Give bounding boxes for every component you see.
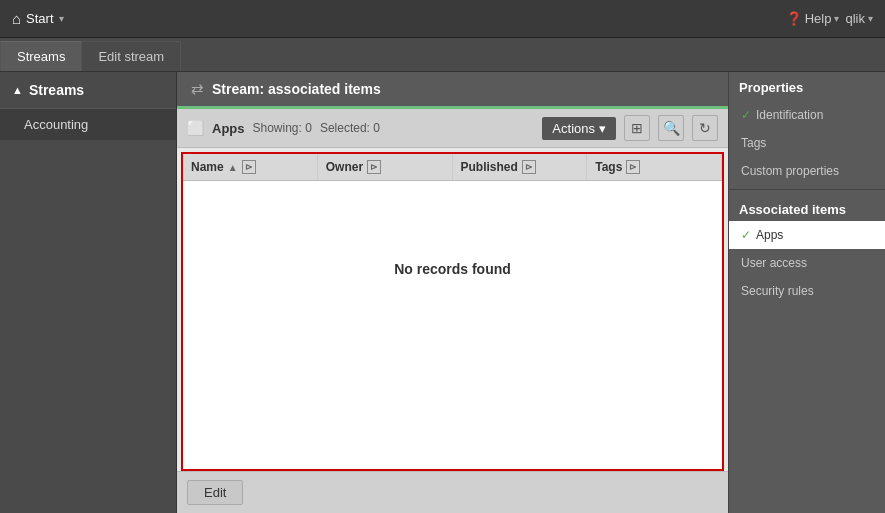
sidebar-header[interactable]: ▲ Streams <box>0 72 176 108</box>
right-panel-item-tags[interactable]: Tags <box>729 129 885 157</box>
selected-label: Selected: 0 <box>320 121 380 135</box>
qlik-chevron-icon: ▾ <box>868 13 873 24</box>
top-nav-left: ⌂ Start ▾ <box>12 10 64 27</box>
edit-label: Edit <box>204 485 226 500</box>
identification-check-icon: ✓ <box>741 108 751 122</box>
search-icon: 🔍 <box>663 120 680 136</box>
breadcrumb-streams-label: Streams <box>17 49 65 64</box>
help-chevron-icon: ▾ <box>834 13 839 24</box>
toolbar: ⬜ Apps Showing: 0 Selected: 0 Actions ▾ … <box>177 109 728 148</box>
home-button[interactable]: ⌂ Start ▾ <box>12 10 64 27</box>
apps-assoc-label: Apps <box>756 228 783 242</box>
column-header-tags: Tags ⊳ <box>587 154 722 180</box>
owner-filter-icon[interactable]: ⊳ <box>367 160 381 174</box>
top-nav: ⌂ Start ▾ ❓ Help ▾ qlik ▾ <box>0 0 885 38</box>
help-button[interactable]: ❓ Help ▾ <box>786 11 840 26</box>
help-circle-icon: ❓ <box>786 11 802 26</box>
sidebar-header-label: Streams <box>29 82 84 98</box>
content-header-title: Stream: associated items <box>212 81 381 97</box>
start-chevron-icon: ▾ <box>59 13 64 24</box>
right-panel-item-identification[interactable]: ✓ Identification <box>729 101 885 129</box>
showing-label: Showing: 0 <box>253 121 312 135</box>
help-label: Help <box>805 11 832 26</box>
sidebar-accounting-label: Accounting <box>24 117 88 132</box>
qlik-button[interactable]: qlik ▾ <box>845 11 873 26</box>
tags-filter-icon[interactable]: ⊳ <box>626 160 640 174</box>
start-label: Start <box>26 11 53 26</box>
right-panel-item-apps[interactable]: ✓ Apps <box>729 221 885 249</box>
actions-button[interactable]: Actions ▾ <box>542 117 616 140</box>
sidebar-item-accounting[interactable]: Accounting <box>0 108 176 140</box>
search-button[interactable]: 🔍 <box>658 115 684 141</box>
breadcrumb-edit-stream-label: Edit stream <box>98 49 164 64</box>
column-header-name: Name ▲ ⊳ <box>183 154 318 180</box>
right-panel: Properties ✓ Identification Tags Custom … <box>728 72 885 513</box>
panel-divider <box>729 189 885 190</box>
published-col-label: Published <box>461 160 518 174</box>
sidebar-arrow-icon: ▲ <box>12 84 23 96</box>
associated-items-title: Associated items <box>729 194 885 221</box>
apps-label: Apps <box>212 121 245 136</box>
qlik-label: qlik <box>845 11 865 26</box>
content-footer: Edit <box>177 471 728 513</box>
main-layout: ▲ Streams Accounting ⇄ Stream: associate… <box>0 72 885 513</box>
content-area: ⇄ Stream: associated items ⬜ Apps Showin… <box>177 72 728 513</box>
custom-properties-label: Custom properties <box>741 164 839 178</box>
apps-check-icon: ✓ <box>741 228 751 242</box>
apps-table-icon: ⬜ <box>187 120 204 136</box>
properties-title: Properties <box>729 72 885 101</box>
right-panel-item-security-rules[interactable]: Security rules <box>729 277 885 305</box>
tags-col-label: Tags <box>595 160 622 174</box>
owner-col-label: Owner <box>326 160 363 174</box>
table-header: Name ▲ ⊳ Owner ⊳ Published ⊳ Tags ⊳ <box>183 154 722 181</box>
no-records-message: No records found <box>183 181 722 357</box>
grid-icon: ⊞ <box>631 120 643 136</box>
right-panel-item-custom-properties[interactable]: Custom properties <box>729 157 885 185</box>
sidebar: ▲ Streams Accounting <box>0 72 177 513</box>
grid-view-button[interactable]: ⊞ <box>624 115 650 141</box>
breadcrumb-tab-streams[interactable]: Streams <box>0 41 82 71</box>
user-access-label: User access <box>741 256 807 270</box>
content-header: ⇄ Stream: associated items <box>177 72 728 109</box>
refresh-icon: ↻ <box>699 120 711 136</box>
stream-icon: ⇄ <box>191 80 204 98</box>
breadcrumb-bar: Streams Edit stream <box>0 38 885 72</box>
security-rules-label: Security rules <box>741 284 814 298</box>
name-col-label: Name <box>191 160 224 174</box>
refresh-button[interactable]: ↻ <box>692 115 718 141</box>
table-container: Name ▲ ⊳ Owner ⊳ Published ⊳ Tags ⊳ No r… <box>181 152 724 471</box>
edit-button[interactable]: Edit <box>187 480 243 505</box>
right-panel-item-user-access[interactable]: User access <box>729 249 885 277</box>
top-nav-right: ❓ Help ▾ qlik ▾ <box>786 11 873 26</box>
breadcrumb-tab-edit-stream[interactable]: Edit stream <box>82 41 181 71</box>
home-icon: ⌂ <box>12 10 21 27</box>
tags-label: Tags <box>741 136 766 150</box>
actions-chevron-icon: ▾ <box>599 121 606 136</box>
name-filter-icon[interactable]: ⊳ <box>242 160 256 174</box>
actions-label: Actions <box>552 121 595 136</box>
published-filter-icon[interactable]: ⊳ <box>522 160 536 174</box>
identification-label: Identification <box>756 108 823 122</box>
name-sort-asc-icon[interactable]: ▲ <box>228 162 238 173</box>
column-header-published: Published ⊳ <box>453 154 588 180</box>
column-header-owner: Owner ⊳ <box>318 154 453 180</box>
